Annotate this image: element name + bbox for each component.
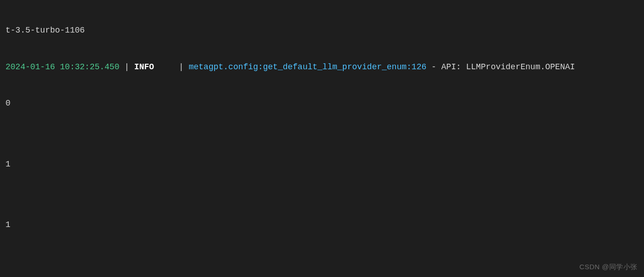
terminal-output[interactable]: t-3.5-turbo-1106 2024-01-16 10:32:25.450… (0, 0, 644, 277)
log-line-1: 2024-01-16 10:32:25.450 | INFO | metagpt… (6, 61, 638, 73)
log-module: metagpt.config (189, 62, 258, 72)
log-function: get_default_llm_provider_enum (263, 62, 407, 72)
output-line: 1 (6, 158, 638, 171)
output-line: 0 (6, 97, 638, 110)
output-line: 1 (6, 219, 638, 231)
log-lineno: 126 (412, 62, 426, 72)
log-level: INFO (134, 62, 154, 72)
log-partial-line: t-3.5-turbo-1106 (6, 24, 638, 37)
timestamp: 2024-01-16 10:32:25.450 (6, 62, 119, 72)
log-message: LLMProviderEnum.OPENAI (466, 62, 575, 72)
